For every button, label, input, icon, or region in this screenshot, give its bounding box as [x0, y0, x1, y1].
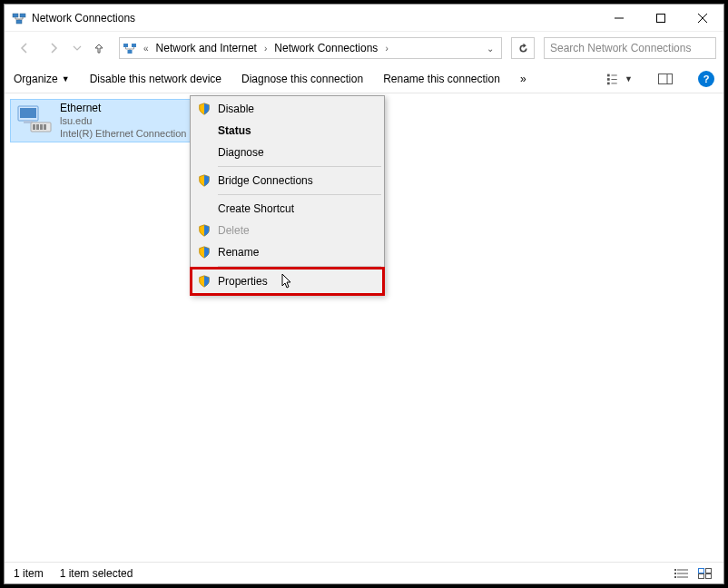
- statusbar: 1 item 1 item selected: [5, 562, 723, 583]
- svg-rect-34: [674, 576, 676, 578]
- svg-rect-27: [36, 124, 39, 130]
- svg-rect-17: [611, 79, 616, 80]
- diagnose-connection-button[interactable]: Diagnose this connection: [241, 73, 363, 85]
- maximize-button[interactable]: [640, 5, 682, 32]
- menu-disable[interactable]: Disable: [192, 98, 382, 120]
- svg-rect-29: [44, 124, 46, 130]
- menu-status[interactable]: Status: [192, 120, 382, 142]
- menu-properties[interactable]: Properties: [191, 268, 384, 295]
- shield-icon: [197, 274, 212, 289]
- preview-pane-button[interactable]: [653, 74, 678, 84]
- rename-connection-button[interactable]: Rename this connection: [383, 73, 500, 85]
- svg-rect-20: [659, 74, 673, 83]
- svg-rect-1: [20, 14, 25, 17]
- up-button[interactable]: [88, 37, 110, 59]
- svg-rect-31: [677, 569, 688, 570]
- toolbar: Organize ▼ Disable this network device D…: [5, 64, 723, 93]
- svg-rect-19: [611, 83, 616, 83]
- adapter-context-menu: Disable Status Diagnose Bridge Connectio…: [190, 95, 385, 296]
- menu-separator: [218, 266, 381, 267]
- svg-rect-35: [677, 576, 688, 577]
- large-icons-view-button[interactable]: [696, 566, 714, 581]
- menu-diagnose[interactable]: Diagnose: [192, 142, 382, 163]
- menu-bridge-connections[interactable]: Bridge Connections: [192, 170, 382, 191]
- shield-icon: [197, 245, 212, 260]
- address-dropdown-button[interactable]: ⌄: [479, 44, 501, 54]
- refresh-button[interactable]: [511, 37, 535, 59]
- menu-create-shortcut[interactable]: Create Shortcut: [192, 198, 382, 220]
- navbar: « Network and Internet › Network Connect…: [5, 32, 723, 64]
- svg-rect-2: [16, 20, 22, 24]
- shield-icon: [197, 223, 212, 238]
- titlebar: Network Connections: [5, 5, 723, 32]
- svg-rect-30: [674, 569, 676, 571]
- shield-icon: [197, 173, 212, 188]
- svg-rect-12: [132, 44, 136, 47]
- svg-rect-32: [674, 573, 676, 574]
- help-button[interactable]: ?: [698, 71, 714, 87]
- breadcrumb-prefix[interactable]: «: [140, 44, 152, 54]
- menu-delete: Delete: [192, 220, 382, 241]
- svg-rect-18: [607, 82, 610, 84]
- cursor-icon: [281, 273, 294, 289]
- svg-rect-26: [33, 124, 35, 130]
- chevron-down-icon: ▼: [625, 74, 633, 83]
- svg-rect-16: [607, 78, 610, 81]
- svg-rect-36: [699, 568, 704, 573]
- chevron-right-icon[interactable]: ›: [381, 44, 391, 54]
- menu-separator: [218, 194, 381, 195]
- toolbar-overflow-button[interactable]: »: [520, 73, 526, 85]
- svg-rect-8: [657, 14, 665, 22]
- svg-rect-15: [611, 74, 616, 75]
- svg-rect-14: [607, 74, 610, 76]
- content-area[interactable]: Ethernet lsu.edu Intel(R) Ethernet Conne…: [5, 93, 723, 562]
- close-button[interactable]: [682, 5, 723, 32]
- chevron-down-icon: ▼: [62, 74, 70, 83]
- menu-rename[interactable]: Rename: [192, 241, 382, 263]
- svg-rect-28: [40, 124, 43, 130]
- breadcrumb-segment-current[interactable]: Network Connections: [271, 42, 381, 54]
- svg-rect-33: [677, 573, 688, 573]
- address-bar[interactable]: « Network and Internet › Network Connect…: [119, 37, 502, 59]
- svg-rect-37: [706, 568, 712, 573]
- svg-rect-13: [128, 50, 133, 54]
- details-view-button[interactable]: [673, 566, 691, 581]
- svg-rect-39: [706, 573, 712, 578]
- chevron-right-icon[interactable]: ›: [261, 44, 271, 54]
- menu-separator: [218, 166, 381, 167]
- window-title: Network Connections: [32, 12, 598, 24]
- search-input[interactable]: Search Network Connections: [544, 37, 716, 59]
- window-icon: [12, 11, 26, 25]
- address-location-icon: [120, 41, 140, 55]
- svg-rect-11: [123, 44, 128, 47]
- forward-button[interactable]: [41, 35, 66, 61]
- svg-rect-23: [20, 108, 36, 118]
- svg-rect-38: [699, 573, 704, 578]
- organize-menu[interactable]: Organize ▼: [14, 73, 70, 85]
- ethernet-adapter-icon: [15, 103, 54, 139]
- back-button[interactable]: [12, 35, 37, 61]
- status-selected-count: 1 item selected: [60, 567, 133, 580]
- shield-icon: [197, 102, 212, 116]
- minimize-button[interactable]: [598, 5, 640, 32]
- view-options-button[interactable]: ▼: [607, 73, 633, 85]
- svg-rect-0: [13, 14, 18, 17]
- disable-device-button[interactable]: Disable this network device: [90, 73, 221, 85]
- search-placeholder: Search Network Connections: [550, 42, 691, 54]
- recent-locations-button[interactable]: [70, 35, 84, 61]
- network-connections-window: Network Connections: [4, 4, 724, 584]
- status-item-count: 1 item: [14, 567, 44, 580]
- window-controls: [598, 5, 723, 32]
- breadcrumb-segment-parent[interactable]: Network and Internet: [152, 42, 261, 54]
